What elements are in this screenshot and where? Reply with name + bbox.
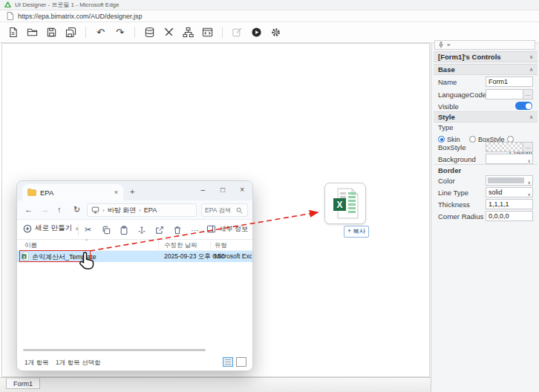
chevron-down-icon: ∨ — [528, 178, 531, 187]
languagecode-input[interactable] — [486, 89, 523, 99]
line-type-select[interactable]: solid∨ — [486, 187, 533, 197]
search-box[interactable] — [201, 203, 248, 217]
copy-badge: + 복사 — [344, 226, 369, 238]
toolbar-separator — [85, 27, 86, 38]
redo-button[interactable]: ↷ — [114, 26, 126, 39]
section-style-header[interactable]: Style ∧ — [434, 111, 538, 122]
line-type-label: Line Type — [438, 189, 468, 197]
name-input[interactable] — [486, 76, 533, 87]
toolbar-separator — [222, 27, 223, 38]
paste-button[interactable] — [118, 224, 129, 235]
boxstyle-input[interactable] — [486, 142, 523, 152]
sort-ascending-icon: ˆ — [85, 238, 88, 246]
tab-form1[interactable]: Form1 — [6, 378, 40, 389]
url-text: https://epa.bimatrix.com/AUD/designer.js… — [18, 13, 143, 20]
new-file-button[interactable] — [7, 26, 19, 39]
item-count: 1개 항목 — [24, 359, 49, 368]
selected-count: 1개 항목 선택함 — [56, 359, 100, 368]
corner-radius-row: Corner Radius 0,0,0,0 — [434, 211, 538, 223]
save-button[interactable] — [45, 26, 58, 39]
column-date[interactable]: 수정한 날짜 — [164, 241, 197, 250]
tab-close-icon[interactable]: × — [114, 189, 118, 196]
edit-button[interactable] — [231, 26, 244, 39]
languagecode-row: LanguageCode … — [434, 89, 538, 101]
search-input[interactable] — [205, 206, 236, 214]
plus-circle-icon — [23, 224, 32, 233]
name-row: Name — [434, 76, 538, 88]
save-all-button[interactable] — [65, 26, 77, 39]
horizontal-scrollbar[interactable] — [23, 349, 206, 351]
column-name[interactable]: 이름 — [24, 241, 37, 250]
breadcrumb-epa[interactable]: EPA — [144, 206, 157, 214]
explorer-command-bar: 새로 만들기 ∨ ✂ ··· — [17, 220, 252, 240]
chevron-up-icon: ∧ — [529, 114, 533, 120]
delete-button[interactable] — [172, 224, 183, 235]
explorer-status-bar: 1개 항목 1개 항목 선택함 — [17, 354, 252, 370]
details-view-toggle[interactable] — [223, 357, 233, 367]
toolbar-separator — [134, 27, 135, 38]
thickness-input[interactable]: 1,1,1,1 — [486, 199, 533, 209]
line-type-row: Line Type solid∨ — [434, 187, 538, 199]
explorer-tab-bar: EPA × + – □ × — [17, 181, 252, 200]
run-button[interactable] — [250, 26, 263, 39]
search-icon — [236, 207, 243, 214]
excel-file-icon: X — [332, 188, 359, 219]
boxstyle-label: BoxStyle — [438, 143, 466, 151]
excel-drop-target[interactable]: X — [324, 183, 366, 224]
languagecode-ellipsis-button[interactable]: … — [523, 89, 533, 99]
background-select[interactable]: ∨ — [486, 154, 533, 164]
forward-button[interactable]: → — [41, 205, 49, 214]
copy-button[interactable] — [100, 224, 111, 235]
color-select[interactable]: ∨ — [486, 175, 533, 186]
large-icons-view-toggle[interactable] — [236, 357, 246, 367]
collapse-panel-icon[interactable]: » — [447, 42, 450, 48]
explorer-tab-epa[interactable]: EPA × — [22, 184, 123, 200]
border-divider — [434, 164, 538, 165]
corner-radius-label: Corner Radius — [438, 212, 483, 220]
maximize-button[interactable]: □ — [220, 186, 225, 194]
close-button[interactable]: × — [240, 186, 244, 194]
visible-row: Visible — [434, 101, 538, 111]
window-title: UI Designer - 프로필 1 - Microsoft Edge — [15, 1, 119, 9]
explorer-nav-bar: ← → ↑ ↻ › 바탕 화면 › EPA — [17, 200, 252, 220]
structure-tree-button[interactable] — [182, 26, 195, 39]
refresh-button[interactable]: ↻ — [74, 205, 80, 215]
border-header: Border — [434, 166, 538, 174]
undo-button[interactable]: ↶ — [94, 26, 107, 39]
boxstyle-ellipsis-button[interactable]: … — [523, 142, 533, 152]
breadcrumb-desktop[interactable]: 바탕 화면 — [108, 206, 137, 215]
file-type: Microsoft Excel — [215, 252, 252, 260]
new-tab-button[interactable]: + — [130, 187, 134, 196]
pin-icon[interactable] — [438, 42, 444, 48]
column-type[interactable]: 유형 — [215, 241, 227, 250]
visible-toggle[interactable] — [515, 102, 532, 110]
open-folder-button[interactable] — [26, 26, 39, 39]
tools-button[interactable] — [163, 26, 175, 39]
svg-text:X: X — [336, 200, 342, 210]
dataset-button[interactable] — [143, 26, 156, 39]
command-separator — [78, 224, 79, 235]
details-pane-button[interactable]: 세부 정보 — [206, 224, 248, 234]
up-button[interactable]: ↑ — [57, 205, 62, 214]
drag-source-highlight-box — [19, 250, 91, 262]
settings-gear-button[interactable] — [270, 26, 282, 39]
folder-icon — [27, 189, 36, 196]
chevron-down-icon: ∨ — [529, 54, 533, 60]
address-bar[interactable]: › 바탕 화면 › EPA — [87, 203, 197, 217]
more-options-button[interactable]: ··· — [189, 224, 200, 235]
color-swatch — [488, 177, 524, 183]
section-base-header[interactable]: Base ∧ — [434, 64, 538, 75]
share-button[interactable] — [154, 224, 165, 235]
new-item-button[interactable]: 새로 만들기 ∨ — [23, 223, 79, 233]
cut-button[interactable]: ✂ — [82, 224, 94, 235]
back-button[interactable]: ← — [24, 205, 33, 214]
type-row: Type — [434, 123, 538, 131]
corner-radius-input[interactable]: 0,0,0,0 — [486, 211, 533, 221]
rename-button[interactable] — [136, 224, 147, 235]
column-header-row: 이름 ˆ 수정한 날짜 유형 — [17, 240, 252, 251]
form-tab-bar — [0, 377, 431, 392]
code-view-button[interactable] — [201, 26, 214, 39]
controls-header[interactable]: [Form1]'s Controls ∨ — [434, 51, 538, 62]
chevron-up-icon: ∧ — [529, 67, 533, 73]
minimize-button[interactable]: – — [200, 186, 205, 194]
